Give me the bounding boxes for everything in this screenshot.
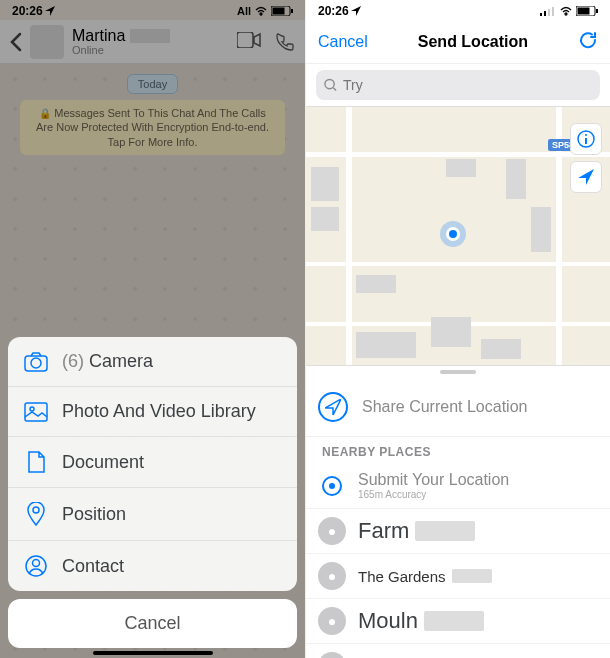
camera-icon [24,352,48,372]
signal-icon [540,6,556,16]
document-icon [24,451,48,473]
broadcast-icon [318,392,348,422]
svg-rect-16 [578,8,590,15]
screen-title: Send Location [418,33,528,51]
search-icon [324,78,337,92]
svg-rect-13 [548,9,550,16]
sheet-item-contact[interactable]: Contact [8,541,297,591]
send-location-screen: 20:26 Cancel Send Location SP58 [305,0,610,658]
status-bar: 20:26 [306,0,610,20]
attachment-action-sheet: (6) Camera Photo And Video Library Docum… [8,337,297,648]
sheet-item-document[interactable]: Document [8,437,297,488]
whatsapp-chat-screen: 20:26 All Martina Online Today 🔒 Message… [0,0,305,658]
svg-point-8 [33,507,39,513]
place-icon: ● [318,652,346,658]
place-item-farm[interactable]: ● Farm [306,509,610,554]
sheet-item-photo-library[interactable]: Photo And Video Library [8,387,297,437]
search-bar[interactable] [316,70,600,100]
cancel-link[interactable]: Cancel [318,33,368,51]
battery-icon [576,6,598,16]
map-info-button[interactable] [570,123,602,155]
sheet-grabber[interactable] [440,370,476,374]
location-arrow-icon [351,6,361,16]
svg-point-7 [30,407,34,411]
share-current-location[interactable]: Share Current Location [306,378,610,437]
current-location-dot [446,227,460,241]
sheet-item-camera[interactable]: (6) Camera [8,337,297,387]
refresh-button[interactable] [578,30,598,54]
svg-rect-14 [552,7,554,16]
home-indicator[interactable] [93,651,213,655]
svg-rect-11 [540,13,542,16]
place-icon: ● [318,517,346,545]
svg-point-20 [585,134,587,136]
location-header: Cancel Send Location [306,20,610,64]
status-time: 20:26 [318,4,349,18]
cancel-button[interactable]: Cancel [8,599,297,648]
svg-rect-17 [596,9,598,13]
nearby-places-header: NEARBY PLACES [306,437,610,463]
photo-library-icon [24,402,48,422]
map-view[interactable]: SP58 [306,106,610,366]
search-input[interactable] [343,77,592,93]
location-pin-icon [24,502,48,526]
submit-location-accuracy: 165m Accuracy [358,489,509,500]
place-item-gardens[interactable]: ● The Gardens [306,554,610,599]
place-item-mouln[interactable]: ● Mouln [306,599,610,644]
svg-rect-6 [25,403,47,421]
place-icon: ● [318,562,346,590]
place-item-smaria[interactable]: ● S Maria [306,644,610,658]
svg-point-10 [33,560,40,567]
submit-location-label: Submit Your Location [358,471,509,489]
share-current-label: Share Current Location [362,398,527,416]
submit-your-location[interactable]: Submit Your Location 165m Accuracy [306,463,610,509]
svg-point-18 [325,79,334,88]
svg-point-5 [31,358,41,368]
svg-rect-12 [544,11,546,16]
target-icon [322,476,342,496]
map-locate-button[interactable] [570,161,602,193]
sheet-item-position[interactable]: Position [8,488,297,541]
wifi-icon [559,6,573,16]
place-icon: ● [318,607,346,635]
contact-icon [24,555,48,577]
svg-rect-21 [585,138,587,144]
